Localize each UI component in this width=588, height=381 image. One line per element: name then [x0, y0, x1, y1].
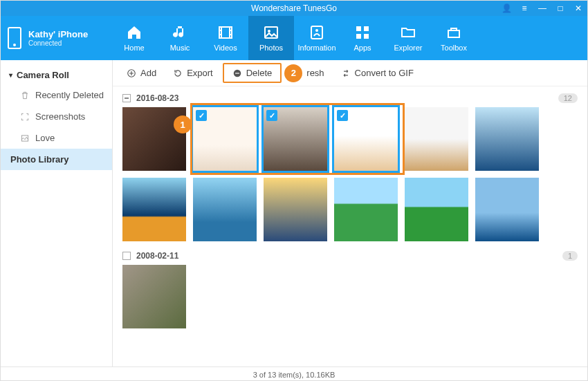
sidebar-group-label: Camera Roll — [17, 70, 69, 80]
information-icon — [309, 24, 325, 41]
convert-label: Convert to GIF — [355, 68, 414, 78]
check-icon — [266, 110, 277, 121]
section-checkbox[interactable] — [122, 94, 131, 102]
main: ▾ Camera Roll Recently Deleted Screensho… — [1, 60, 587, 366]
sidebar-item-label: Love — [35, 133, 55, 143]
tab-toolbox-label: Toolbox — [441, 44, 467, 52]
refresh-button[interactable]: resh — [305, 64, 331, 82]
tab-home-label: Home — [124, 44, 144, 52]
photo-thumb[interactable] — [475, 107, 539, 171]
check-icon — [196, 110, 207, 121]
photo-thumb[interactable] — [122, 178, 186, 241]
svg-rect-11 — [235, 73, 239, 73]
sidebar-group-camera-roll[interactable]: ▾ Camera Roll — [1, 66, 112, 84]
photo-thumb[interactable] — [405, 178, 468, 241]
user-icon[interactable]: 👤 — [500, 3, 513, 13]
trash-icon — [20, 91, 30, 100]
photo-thumb[interactable] — [475, 178, 539, 241]
photo-scroll[interactable]: 2016-08-23 12 1 — [113, 86, 587, 366]
close-button[interactable]: ✕ — [572, 3, 585, 13]
photos-icon — [263, 24, 279, 41]
tab-videos-label: Videos — [214, 44, 237, 52]
tab-toolbox[interactable]: Toolbox — [431, 16, 477, 60]
device-status: Connected — [28, 39, 88, 47]
device-panel[interactable]: Kathy' iPhone Connected — [1, 16, 111, 60]
screenshot-icon — [20, 112, 30, 122]
export-icon — [173, 68, 183, 78]
tab-videos[interactable]: Videos — [203, 16, 248, 60]
apps-icon — [354, 24, 371, 41]
tab-music-label: Music — [170, 44, 190, 52]
photo-thumb[interactable] — [193, 107, 257, 171]
toolbox-icon — [445, 24, 462, 41]
photo-thumb[interactable] — [264, 107, 327, 171]
device-name: Kathy' iPhone — [28, 29, 88, 39]
tab-photos[interactable]: Photos — [248, 16, 294, 60]
sidebar-item-label: Photo Library — [10, 154, 69, 165]
tab-apps-label: Apps — [353, 44, 371, 52]
section-date-label: 2008-02-11 — [136, 251, 178, 261]
export-button[interactable]: Export — [166, 64, 220, 82]
export-label: Export — [187, 68, 213, 78]
check-icon — [337, 110, 348, 121]
sidebar-item-love[interactable]: Love — [1, 127, 112, 149]
date-section-header[interactable]: 2008-02-11 1 — [122, 248, 578, 265]
explorer-icon — [400, 24, 416, 41]
convert-gif-button[interactable]: Convert to GIF — [334, 64, 421, 82]
tab-music[interactable]: Music — [157, 16, 203, 60]
plus-icon — [127, 68, 136, 78]
app-title: Wondershare TunesGo — [251, 3, 337, 13]
section-count-badge: 12 — [558, 93, 578, 103]
tab-home[interactable]: Home — [111, 16, 157, 60]
tab-photos-label: Photos — [259, 44, 283, 52]
music-icon — [172, 24, 188, 41]
refresh-label: resh — [306, 68, 324, 78]
add-label: Add — [140, 68, 156, 78]
window-controls: 👤 ≡ — □ ✕ — [500, 1, 585, 16]
add-button[interactable]: Add — [120, 64, 163, 82]
videos-icon — [217, 24, 234, 41]
status-text: 3 of 13 item(s), 10.16KB — [253, 371, 336, 379]
tab-explorer[interactable]: Explorer — [385, 16, 431, 60]
svg-rect-2 — [311, 26, 322, 39]
photo-thumb[interactable] — [334, 178, 398, 241]
photo-thumb[interactable] — [405, 107, 468, 171]
maximize-button[interactable]: □ — [554, 3, 567, 13]
image-icon — [20, 133, 30, 143]
photo-grid — [122, 265, 578, 328]
tab-explorer-label: Explorer — [394, 44, 423, 52]
menu-icon[interactable]: ≡ — [518, 3, 531, 13]
section-checkbox[interactable] — [122, 252, 131, 260]
minimize-button[interactable]: — — [536, 3, 549, 13]
delete-button[interactable]: Delete — [223, 63, 282, 83]
date-section-header[interactable]: 2016-08-23 12 — [122, 91, 578, 107]
title-bar: Wondershare TunesGo 👤 ≡ — □ ✕ — [1, 1, 587, 16]
photo-grid: 1 — [122, 107, 578, 241]
callout-two: 2 — [284, 64, 302, 82]
tab-information-label: Information — [297, 44, 336, 52]
svg-rect-7 — [364, 34, 369, 39]
sidebar-item-label: Recently Deleted — [35, 90, 104, 100]
toolbar: Add Export Delete 2 resh Convert to GIF — [113, 60, 587, 86]
convert-icon — [341, 68, 351, 78]
tab-apps[interactable]: Apps — [340, 16, 385, 60]
tab-information[interactable]: Information — [294, 16, 340, 60]
caret-down-icon: ▾ — [9, 71, 12, 79]
nav-tabs: Home Music Videos Photos Information App… — [111, 16, 587, 60]
photo-thumb[interactable] — [264, 178, 327, 241]
sidebar-item-screenshots[interactable]: Screenshots — [1, 106, 112, 127]
content: Add Export Delete 2 resh Convert to GIF — [113, 60, 587, 366]
sidebar-item-recently-deleted[interactable]: Recently Deleted — [1, 84, 112, 106]
svg-point-3 — [315, 29, 318, 32]
header: Kathy' iPhone Connected Home Music Video… — [1, 16, 587, 60]
svg-point-1 — [268, 30, 270, 32]
sidebar-item-photo-library[interactable]: Photo Library — [1, 149, 112, 170]
sidebar-item-label: Screenshots — [35, 111, 85, 122]
photo-thumb[interactable] — [334, 107, 398, 171]
photo-thumb[interactable] — [193, 178, 257, 241]
svg-rect-5 — [364, 26, 369, 31]
photo-thumb[interactable] — [122, 265, 186, 328]
section-date-label: 2016-08-23 — [136, 93, 178, 103]
status-bar: 3 of 13 item(s), 10.16KB — [1, 366, 587, 381]
home-icon — [126, 24, 143, 41]
